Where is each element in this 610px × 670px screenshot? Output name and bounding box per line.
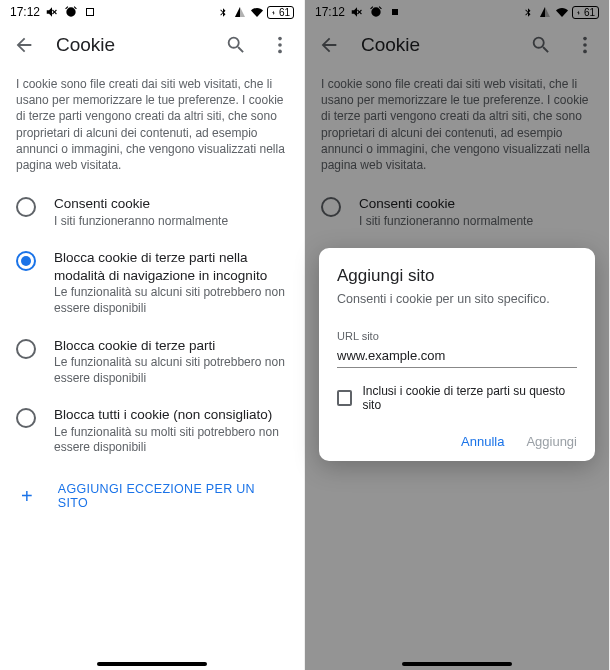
status-time: 17:12 <box>315 5 345 19</box>
add-button[interactable]: Aggiungi <box>526 434 577 449</box>
url-field[interactable] <box>337 346 577 368</box>
nav-handle[interactable] <box>97 662 207 666</box>
option-sub: Le funzionalità su molti siti potrebbero… <box>54 425 288 456</box>
cookie-description: I cookie sono file creati dai siti web v… <box>0 70 304 185</box>
appbar: Cookie <box>0 22 304 70</box>
status-time: 17:12 <box>10 5 40 19</box>
wifi-icon <box>250 5 264 19</box>
option-sub: I siti funzioneranno normalmente <box>54 214 228 230</box>
option-block-incognito[interactable]: Blocca cookie di terze parti nella modal… <box>0 239 304 326</box>
signal-icon <box>233 5 247 19</box>
svg-point-2 <box>278 50 282 54</box>
appbar: Cookie <box>305 22 609 70</box>
alarm-icon <box>369 5 383 19</box>
sync-icon <box>83 5 97 19</box>
option-allow[interactable]: Consenti cookie I siti funzioneranno nor… <box>0 185 304 239</box>
option-sub: Le funzionalità su alcuni siti potrebber… <box>54 355 288 386</box>
checkbox-label: Inclusi i cookie di terze parti su quest… <box>362 384 577 412</box>
more-icon[interactable] <box>573 33 597 57</box>
mute-icon <box>350 5 364 19</box>
mute-icon <box>45 5 59 19</box>
statusbar: 17:12 61 <box>305 0 609 22</box>
wifi-icon <box>555 5 569 19</box>
back-icon[interactable] <box>317 33 341 57</box>
cookie-description: I cookie sono file creati dai siti web v… <box>305 70 609 185</box>
thirdparty-checkbox[interactable] <box>337 390 352 406</box>
alarm-icon <box>64 5 78 19</box>
more-icon[interactable] <box>268 33 292 57</box>
battery-indicator: 61 <box>267 6 294 19</box>
sync-icon <box>388 5 402 19</box>
cancel-button[interactable]: Annulla <box>461 434 504 449</box>
radio-icon[interactable] <box>321 197 341 217</box>
nav-handle[interactable] <box>402 662 512 666</box>
back-icon[interactable] <box>12 33 36 57</box>
radio-icon[interactable] <box>16 251 36 271</box>
option-title: Consenti cookie <box>359 195 533 213</box>
bluetooth-icon <box>521 5 535 19</box>
option-sub: I siti funzioneranno normalmente <box>359 214 533 230</box>
option-title: Consenti cookie <box>54 195 228 213</box>
modal-desc: Consenti i cookie per un sito specifico. <box>337 292 577 306</box>
option-title: Blocca cookie di terze parti nella modal… <box>54 249 288 284</box>
search-icon[interactable] <box>529 33 553 57</box>
option-allow[interactable]: Consenti cookie I siti funzioneranno nor… <box>305 185 609 239</box>
option-title: Blocca cookie di terze parti <box>54 337 288 355</box>
radio-icon[interactable] <box>16 408 36 428</box>
page-title: Cookie <box>361 34 509 56</box>
add-site-modal: Aggiungi sito Consenti i cookie per un s… <box>319 248 595 461</box>
option-title: Blocca tutti i cookie (non consigliato) <box>54 406 288 424</box>
option-block-thirdparty[interactable]: Blocca cookie di terze parti Le funziona… <box>0 327 304 397</box>
svg-point-1 <box>278 43 282 47</box>
settings-screen-right: 17:12 61 Cookie I cookie sono file creat… <box>305 0 610 670</box>
add-exception-button[interactable]: + AGGIUNGI ECCEZIONE PER UN SITO <box>0 466 304 526</box>
option-block-all[interactable]: Blocca tutti i cookie (non consigliato) … <box>0 396 304 466</box>
bluetooth-icon <box>216 5 230 19</box>
svg-point-0 <box>278 37 282 41</box>
add-exception-label: AGGIUNGI ECCEZIONE PER UN SITO <box>58 482 286 510</box>
statusbar: 17:12 61 <box>0 0 304 22</box>
signal-icon <box>538 5 552 19</box>
url-label: URL sito <box>337 330 577 342</box>
svg-point-5 <box>583 50 587 54</box>
svg-point-3 <box>583 37 587 41</box>
radio-icon[interactable] <box>16 339 36 359</box>
search-icon[interactable] <box>224 33 248 57</box>
option-sub: Le funzionalità su alcuni siti potrebber… <box>54 285 288 316</box>
page-title: Cookie <box>56 34 204 56</box>
radio-icon[interactable] <box>16 197 36 217</box>
settings-screen-left: 17:12 61 Cookie I cookie sono file creat… <box>0 0 305 670</box>
modal-title: Aggiungi sito <box>337 266 577 286</box>
battery-indicator: 61 <box>572 6 599 19</box>
plus-icon: + <box>18 486 36 506</box>
svg-point-4 <box>583 43 587 47</box>
